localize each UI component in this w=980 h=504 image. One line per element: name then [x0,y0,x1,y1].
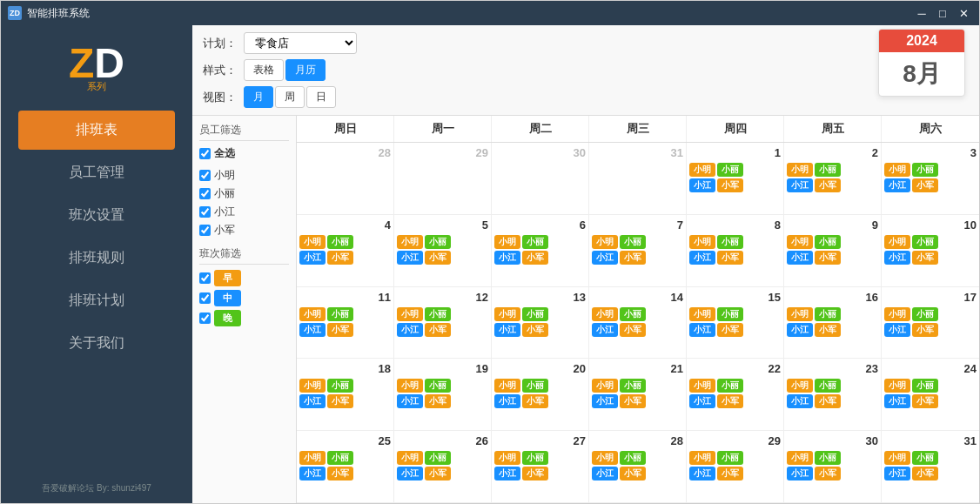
shift-tag[interactable]: 小军 [522,467,548,480]
shift-tag[interactable]: 小军 [522,323,548,337]
shift-tag[interactable]: 小江 [884,251,910,265]
shift-tag[interactable]: 小明 [494,307,520,321]
day-cell-2-6[interactable]: 17小明小丽小江小军 [882,287,979,359]
shift-tag[interactable]: 小明 [884,235,910,249]
shift-tag[interactable]: 小明 [884,451,910,465]
shift-tag[interactable]: 小军 [620,251,646,265]
shift-tag[interactable]: 小军 [620,394,646,408]
day-cell-4-1[interactable]: 26小明小丽小江小军 [394,431,492,502]
shift-tag[interactable]: 小丽 [717,235,743,249]
shift-tag[interactable]: 小明 [689,307,715,321]
minimize-button[interactable]: ─ [913,5,930,21]
shift-tag[interactable]: 小军 [912,251,938,265]
filter-all-checkbox[interactable] [199,148,211,159]
shift-tag[interactable]: 小明 [884,379,910,393]
shift-tag[interactable]: 小军 [327,394,353,408]
shift-tag[interactable]: 小丽 [815,235,841,249]
day-cell-1-2[interactable]: 6小明小丽小江小军 [492,215,589,286]
shift-tag[interactable]: 小丽 [327,379,353,393]
shift-tag[interactable]: 小江 [689,178,715,192]
shift-tag[interactable]: 小明 [299,379,326,393]
day-cell-2-3[interactable]: 14小明小丽小江小军 [589,287,687,359]
shift-tag[interactable]: 小江 [299,394,326,408]
nav-item-rules[interactable]: 排班规则 [18,239,175,278]
filter-xiaoming-checkbox[interactable] [199,170,211,181]
close-button[interactable]: ✕ [955,5,972,21]
day-cell-3-6[interactable]: 24小明小丽小江小军 [882,359,979,430]
shift-tag[interactable]: 小明 [787,163,813,177]
shift-tag[interactable]: 小明 [397,379,423,393]
filter-xiaojun-checkbox[interactable] [199,225,211,236]
shift-tag[interactable]: 小军 [327,323,353,337]
shift-tag[interactable]: 小江 [787,323,813,337]
day-cell-3-0[interactable]: 18小明小丽小江小军 [297,359,394,430]
view-month-btn[interactable]: 月 [244,86,273,108]
day-cell-4-3[interactable]: 28小明小丽小江小军 [589,431,687,502]
shift-tag[interactable]: 小江 [397,251,423,265]
shift-tag[interactable]: 小丽 [912,163,938,177]
shift-tag[interactable]: 小丽 [425,307,451,321]
shift-tag[interactable]: 小丽 [912,235,938,249]
shift-tag[interactable]: 小明 [787,379,813,393]
day-cell-4-5[interactable]: 30小明小丽小江小军 [784,431,882,502]
shift-tag[interactable]: 小丽 [815,379,841,393]
shift-tag[interactable]: 小丽 [425,379,451,393]
shift-tag[interactable]: 小军 [522,394,548,408]
shift-tag[interactable]: 小军 [912,178,938,192]
shift-tag[interactable]: 小明 [299,451,326,465]
day-cell-4-6[interactable]: 31小明小丽小江小军 [882,431,979,502]
day-cell-2-0[interactable]: 11小明小丽小江小军 [297,287,394,359]
shift-tag[interactable]: 小明 [689,451,715,465]
shift-tag[interactable]: 小江 [592,467,618,480]
shift-tag[interactable]: 小江 [787,394,813,408]
shift-tag[interactable]: 小丽 [620,235,646,249]
shift-tag[interactable]: 小江 [787,178,813,192]
shift-tag[interactable]: 小明 [787,307,813,321]
shift-tag[interactable]: 小丽 [425,451,451,465]
shift-tag[interactable]: 小军 [815,178,841,192]
shift-tag[interactable]: 小明 [494,379,520,393]
shift-tag[interactable]: 小丽 [912,379,938,393]
shift-tag[interactable]: 小明 [592,379,618,393]
shift-tag[interactable]: 小丽 [717,307,743,321]
shift-tag[interactable]: 小明 [592,235,618,249]
shift-tag[interactable]: 小丽 [912,451,938,465]
shift-tag[interactable]: 小江 [299,323,326,337]
day-cell-3-3[interactable]: 21小明小丽小江小军 [589,359,687,430]
shift-tag[interactable]: 小军 [425,251,451,265]
shift-tag[interactable]: 小江 [494,323,520,337]
shift-tag[interactable]: 小丽 [717,163,743,177]
shift-tag[interactable]: 小江 [299,467,326,480]
shift-tag[interactable]: 小丽 [717,451,743,465]
shift-tag[interactable]: 小江 [397,323,423,337]
day-cell-0-1[interactable]: 29 [394,143,492,214]
day-cell-4-4[interactable]: 29小明小丽小江小军 [687,431,784,502]
shift-tag[interactable]: 小丽 [522,235,548,249]
shift-tag[interactable]: 小丽 [522,379,548,393]
day-cell-0-4[interactable]: 1小明小丽小江小军 [687,143,784,214]
shift-tag[interactable]: 小丽 [912,307,938,321]
shift-tag[interactable]: 小明 [689,163,715,177]
shift-tag[interactable]: 小军 [425,394,451,408]
day-cell-0-3[interactable]: 31 [589,143,687,214]
shift-tag[interactable]: 小明 [397,235,423,249]
shift-tag[interactable]: 小军 [327,467,353,480]
shift-tag[interactable]: 小明 [884,307,910,321]
shift-tag[interactable]: 小明 [397,451,423,465]
shift-tag[interactable]: 小军 [620,467,646,480]
shift-tag[interactable]: 小丽 [815,451,841,465]
view-week-btn[interactable]: 周 [275,86,305,108]
day-cell-2-2[interactable]: 13小明小丽小江小军 [492,287,589,359]
shift-tag[interactable]: 小明 [787,235,813,249]
day-cell-3-1[interactable]: 19小明小丽小江小军 [394,359,492,430]
shift-tag[interactable]: 小江 [787,251,813,265]
shift-tag[interactable]: 小丽 [522,307,548,321]
day-cell-1-3[interactable]: 7小明小丽小江小军 [589,215,687,286]
shift-tag[interactable]: 小江 [884,467,910,480]
day-cell-1-1[interactable]: 5小明小丽小江小军 [394,215,492,286]
day-cell-3-2[interactable]: 20小明小丽小江小军 [492,359,589,430]
maximize-button[interactable]: □ [934,5,951,21]
day-cell-0-2[interactable]: 30 [492,143,589,214]
shift-tag[interactable]: 小江 [787,467,813,480]
shift-tag[interactable]: 小江 [689,394,715,408]
